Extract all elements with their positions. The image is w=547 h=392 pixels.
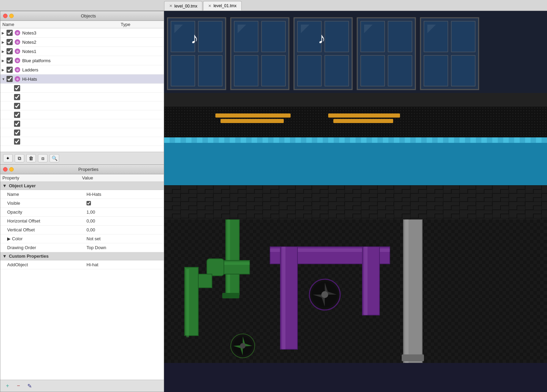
titlebar-buttons: ✕ − bbox=[3, 14, 14, 18]
scene-top: ♪ ♪ bbox=[164, 11, 547, 107]
col-headers: Name Type bbox=[0, 21, 164, 28]
svg-rect-75 bbox=[186, 269, 189, 337]
prop-label-drawing-order: Drawing Order bbox=[0, 244, 84, 251]
prop-value-add-object: Hi-hat bbox=[84, 261, 164, 268]
check-hh6[interactable] bbox=[14, 130, 20, 136]
prop-label-visible: Visible bbox=[0, 200, 84, 207]
arrow-notes1: ▶ bbox=[2, 50, 6, 53]
left-panel: ✕ − Objects Name Type ▶ bbox=[0, 11, 164, 392]
add-layer-btn[interactable]: ✦ bbox=[3, 154, 13, 162]
svg-rect-79 bbox=[282, 247, 285, 349]
check-hh4[interactable] bbox=[14, 112, 20, 118]
prop-row-vert-offset: Vertical Offset 0,00 bbox=[0, 226, 164, 234]
minimize-btn[interactable]: − bbox=[9, 14, 14, 18]
prop-row-color: ▶ Color Not set bbox=[0, 234, 164, 243]
duplicate-layer-btn[interactable]: ⧉ bbox=[15, 154, 24, 162]
arrow-notes2: ▶ bbox=[2, 40, 6, 44]
prop-label-opacity: Opacity bbox=[0, 208, 84, 216]
scene-water bbox=[164, 137, 547, 185]
list-item-hh6[interactable] bbox=[0, 128, 164, 137]
prop-label-horiz-offset: Horizontal Offset bbox=[0, 217, 84, 225]
edit-property-btn[interactable]: ✎ bbox=[25, 382, 34, 390]
list-item-notes2[interactable]: ▶ ⊕ Notes2 bbox=[0, 38, 164, 47]
group-layer-btn[interactable]: ⧈ bbox=[38, 154, 48, 162]
svg-rect-22 bbox=[262, 21, 285, 52]
prop-value-visible bbox=[84, 200, 164, 206]
list-item-ladders[interactable]: ▶ ⊕ Ladders bbox=[0, 65, 164, 75]
svg-rect-30 bbox=[325, 55, 349, 86]
tab-close-icon[interactable]: ✕ bbox=[169, 4, 172, 8]
prop-row-drawing-order: Drawing Order Top Down bbox=[0, 243, 164, 252]
main-content: ✕ − Objects Name Type ▶ bbox=[0, 11, 547, 392]
section-object-layer-label: Object Layer bbox=[9, 183, 36, 188]
item-name-notes2: Notes2 bbox=[22, 40, 162, 45]
check-hh5[interactable] bbox=[14, 121, 20, 127]
arrow-blue-platforms: ▶ bbox=[2, 59, 6, 63]
check-ladders[interactable] bbox=[6, 67, 13, 73]
prop-row-add-object: AddObject Hi-hat bbox=[0, 260, 164, 269]
prop-row-horiz-offset: Horizontal Offset 0,00 bbox=[0, 217, 164, 226]
item-name-notes3: Notes3 bbox=[22, 30, 162, 36]
list-item-hh5[interactable] bbox=[0, 119, 164, 128]
check-notes1[interactable] bbox=[6, 48, 13, 54]
objects-list[interactable]: ▶ ⊕ Notes3 ▶ bbox=[0, 28, 164, 152]
prop-value-vert-offset: 0,00 bbox=[84, 226, 164, 233]
svg-point-84 bbox=[321, 291, 328, 298]
check-blue-platforms[interactable] bbox=[6, 57, 13, 64]
list-item-hh7[interactable] bbox=[0, 137, 164, 146]
prop-minimize-btn[interactable]: − bbox=[9, 167, 14, 172]
list-item-hh3[interactable] bbox=[0, 102, 164, 110]
list-item-notes1[interactable]: ▶ ⊕ Notes1 bbox=[0, 47, 164, 56]
delete-layer-btn[interactable]: 🗑 bbox=[26, 154, 36, 162]
add-property-btn[interactable]: + bbox=[3, 382, 12, 390]
svg-rect-66 bbox=[164, 219, 547, 363]
prop-value-horiz-offset: 0,00 bbox=[84, 217, 164, 225]
check-notes2[interactable] bbox=[6, 39, 13, 45]
list-item-hh4[interactable] bbox=[0, 110, 164, 119]
list-item-notes3[interactable]: ▶ ⊕ Notes3 bbox=[0, 28, 164, 38]
tab-close-icon-1[interactable]: ✕ bbox=[208, 4, 211, 8]
properties-panel: ✕ − Properties Property Value ▼ Object L… bbox=[0, 165, 164, 392]
remove-property-btn[interactable]: − bbox=[14, 382, 23, 390]
svg-rect-53 bbox=[164, 137, 547, 185]
prop-value-drawing-order: Top Down bbox=[84, 244, 164, 251]
svg-text:⊕: ⊕ bbox=[16, 59, 19, 63]
check-hh1[interactable] bbox=[14, 85, 20, 91]
search-layer-icon: 🔍 bbox=[52, 156, 57, 161]
svg-rect-16 bbox=[171, 55, 195, 86]
check-notes3[interactable] bbox=[6, 30, 13, 36]
search-layer-btn[interactable]: 🔍 bbox=[50, 154, 59, 162]
add-layer-icon: ✦ bbox=[6, 156, 10, 161]
svg-text:⊕: ⊕ bbox=[16, 31, 19, 35]
visible-checkbox[interactable] bbox=[86, 201, 91, 205]
prop-label-color: ▶ Color bbox=[0, 235, 84, 242]
tab-level01[interactable]: ✕ level_01.tmx bbox=[203, 1, 241, 11]
col-name-header: Name bbox=[2, 22, 121, 27]
check-hi-hats[interactable] bbox=[6, 76, 13, 82]
list-item-hi-hats[interactable]: ▼ ⊕ Hi-Hats bbox=[0, 75, 164, 84]
check-hh2[interactable] bbox=[14, 94, 20, 100]
objects-panel: ✕ − Objects Name Type ▶ bbox=[0, 11, 164, 165]
list-item-hh1[interactable] bbox=[0, 84, 164, 93]
svg-rect-41 bbox=[451, 21, 475, 52]
svg-rect-37 bbox=[388, 55, 412, 86]
arrow-notes3: ▶ bbox=[2, 31, 6, 35]
svg-text:♪: ♪ bbox=[191, 30, 198, 46]
tab-level00[interactable]: ✕ level_00.tmx bbox=[164, 1, 202, 11]
canvas-art: ♪ ♪ bbox=[164, 11, 547, 392]
properties-titlebar: ✕ − Properties bbox=[0, 165, 164, 174]
props-toolbar: + − ✎ bbox=[0, 380, 164, 392]
prop-col-value: Value bbox=[82, 175, 162, 180]
objects-panel-title: Objects bbox=[16, 13, 161, 18]
list-item-hh2[interactable] bbox=[0, 93, 164, 102]
properties-table: ▼ Object Layer Name Hi-Hats Visible bbox=[0, 182, 164, 380]
svg-rect-24 bbox=[262, 55, 285, 86]
arrow-ladders: ▶ bbox=[2, 68, 6, 72]
check-hh3[interactable] bbox=[14, 103, 20, 109]
close-btn[interactable]: ✕ bbox=[3, 14, 8, 18]
color-arrow-icon: ▶ bbox=[7, 236, 11, 241]
check-hh7[interactable] bbox=[14, 138, 20, 145]
prop-close-btn[interactable]: ✕ bbox=[3, 167, 8, 172]
list-item-blue-platforms[interactable]: ▶ ⊕ Blue platforms bbox=[0, 56, 164, 65]
section-custom-properties-label: Custom Properties bbox=[9, 254, 49, 259]
